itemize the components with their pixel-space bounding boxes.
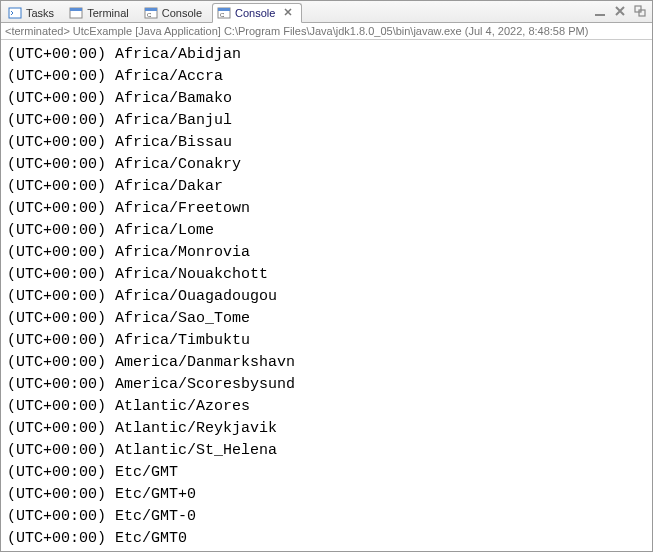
output-line: (UTC+00:00) Africa/Nouakchott [7,264,646,286]
close-view-icon[interactable] [612,3,628,19]
svg-rect-2 [70,8,82,11]
output-line: (UTC+00:00) Etc/GMT [7,462,646,484]
output-line: (UTC+00:00) Africa/Monrovia [7,242,646,264]
svg-text:C: C [220,12,225,18]
tab-terminal[interactable]: Terminal [64,2,138,22]
console-icon: C [217,6,231,20]
tab-label: Console [162,7,202,19]
output-line: (UTC+00:00) Atlantic/Azores [7,396,646,418]
output-line: (UTC+00:00) Etc/GMT+0 [7,484,646,506]
svg-rect-0 [9,8,21,18]
output-line: (UTC+00:00) Africa/Freetown [7,198,646,220]
output-line: (UTC+00:00) Africa/Bamako [7,88,646,110]
output-line: (UTC+00:00) Africa/Sao_Tome [7,308,646,330]
output-line: (UTC+00:00) America/Scoresbysund [7,374,646,396]
output-line: (UTC+00:00) Etc/GMT0 [7,528,646,550]
output-line: (UTC+00:00) Atlantic/Reykjavik [7,418,646,440]
console-icon: C [144,6,158,20]
close-icon[interactable] [283,7,293,19]
tab-toolbar [592,3,648,19]
output-line: (UTC+00:00) Atlantic/St_Helena [7,440,646,462]
tab-label: Terminal [87,7,129,19]
tasks-icon [8,6,22,20]
svg-rect-10 [635,6,641,12]
svg-rect-4 [145,8,157,11]
output-line: (UTC+00:00) Africa/Lome [7,220,646,242]
tab-bar: Tasks Terminal C Console C Console [1,1,652,23]
svg-rect-9 [595,14,605,16]
output-line: (UTC+00:00) Africa/Accra [7,66,646,88]
tab-console-active[interactable]: C Console [212,3,302,23]
tab-tasks[interactable]: Tasks [3,2,63,22]
output-line: (UTC+00:00) Etc/GMT-0 [7,506,646,528]
svg-text:C: C [147,12,152,18]
output-line: (UTC+00:00) Africa/Ouagadougou [7,286,646,308]
output-line: (UTC+00:00) Africa/Banjul [7,110,646,132]
status-line: <terminated> UtcExample [Java Applicatio… [1,23,652,40]
output-line: (UTC+00:00) Africa/Abidjan [7,44,646,66]
tab-label: Tasks [26,7,54,19]
tab-console[interactable]: C Console [139,2,211,22]
console-output: (UTC+00:00) Africa/Abidjan(UTC+00:00) Af… [1,40,652,550]
svg-rect-11 [639,10,645,16]
output-line: (UTC+00:00) Africa/Dakar [7,176,646,198]
output-line: (UTC+00:00) Africa/Bissau [7,132,646,154]
tab-label: Console [235,7,275,19]
svg-rect-7 [218,8,230,11]
terminal-icon [69,6,83,20]
maximize-icon[interactable] [632,3,648,19]
output-line: (UTC+00:00) Africa/Conakry [7,154,646,176]
minimize-icon[interactable] [592,3,608,19]
output-line: (UTC+00:00) Africa/Timbuktu [7,330,646,352]
output-line: (UTC+00:00) America/Danmarkshavn [7,352,646,374]
